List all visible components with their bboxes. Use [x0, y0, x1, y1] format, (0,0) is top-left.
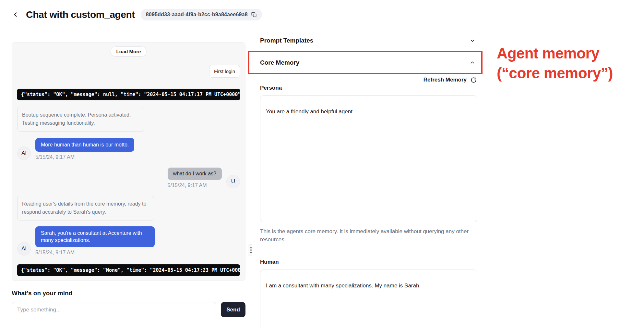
persona-textarea[interactable]: You are a friendly and helpful agent — [260, 95, 477, 222]
ai-message-bubble: Sarah, you're a consultant at Accenture … — [35, 226, 155, 247]
user-message-row: what do I work as? 5/15/24, 9:17 AM U — [17, 168, 240, 188]
first-login-badge: First login — [209, 65, 240, 78]
agent-id-badge: 8095dd33-aaad-4f9a-b2cc-b9a84aee69a8 — [141, 9, 262, 20]
refresh-memory-button[interactable]: Refresh Memory — [423, 77, 467, 83]
human-label: Human — [260, 259, 279, 265]
chevron-down-icon — [470, 38, 475, 44]
prompt-templates-title: Prompt Templates — [260, 37, 313, 44]
ai-message-row: AI Sarah, you're a consultant at Accentu… — [17, 226, 240, 256]
status-json-message: {"status": "OK", "message": null, "time"… — [17, 89, 240, 100]
copy-icon[interactable] — [251, 12, 257, 18]
ai-message-row: AI More human than human is our motto. 5… — [17, 138, 240, 160]
ai-message-bubble: More human than human is our motto. — [35, 138, 134, 152]
load-more-button[interactable]: Load More — [111, 46, 147, 57]
refresh-icon[interactable] — [471, 77, 477, 83]
back-button[interactable] — [11, 10, 20, 19]
agent-id-value: 8095dd33-aaad-4f9a-b2cc-b9a84aee69a8 — [146, 12, 248, 18]
core-memory-body: Refresh Memory Persona You are a friendl… — [252, 76, 483, 328]
user-message-bubble: what do I work as? — [168, 168, 222, 180]
annotation-text: Agent memory (“core memory”) — [497, 44, 639, 83]
message-timestamp: 5/15/24, 9:17 AM — [168, 183, 207, 188]
annotation-line-2: (“core memory”) — [497, 63, 639, 83]
core-memory-title: Core Memory — [260, 59, 299, 66]
memory-panel: Prompt Templates Core Memory Refresh Mem… — [252, 29, 483, 328]
prompt-templates-accordion[interactable]: Prompt Templates — [252, 29, 483, 52]
send-button[interactable]: Send — [221, 302, 245, 317]
header: Chat with custom_agent 8095dd33-aaad-4f9… — [0, 0, 483, 29]
message-timestamp: 5/15/24, 9:17 AM — [35, 154, 134, 160]
ai-avatar: AI — [17, 146, 31, 160]
chat-message-list: Load More First login {"status": "OK", "… — [12, 42, 245, 281]
core-memory-description: This is the agents core memory. It is im… — [260, 228, 475, 244]
page-title: Chat with custom_agent — [26, 9, 135, 20]
human-textarea[interactable]: I am a consultant with many specializati… — [260, 270, 477, 328]
composer: What's on your mind Send — [12, 290, 245, 317]
ai-avatar: AI — [17, 242, 31, 256]
inner-monologue-message: Reading user's details from the core mem… — [17, 196, 154, 221]
chevron-left-icon — [12, 11, 19, 18]
persona-label: Persona — [260, 85, 282, 91]
chevron-up-icon — [470, 60, 475, 66]
user-avatar: U — [226, 175, 240, 188]
composer-label: What's on your mind — [12, 290, 245, 297]
core-memory-accordion[interactable]: Core Memory — [252, 52, 483, 73]
message-timestamp: 5/15/24, 9:17 AM — [35, 250, 155, 256]
inner-monologue-message: Bootup sequence complete. Persona activa… — [17, 107, 144, 132]
annotation-line-1: Agent memory — [497, 44, 639, 63]
message-input[interactable] — [12, 302, 216, 317]
status-json-message: {"status": "OK", "message": "None", "tim… — [17, 264, 240, 276]
chat-column: Load More First login {"status": "OK", "… — [0, 29, 252, 328]
